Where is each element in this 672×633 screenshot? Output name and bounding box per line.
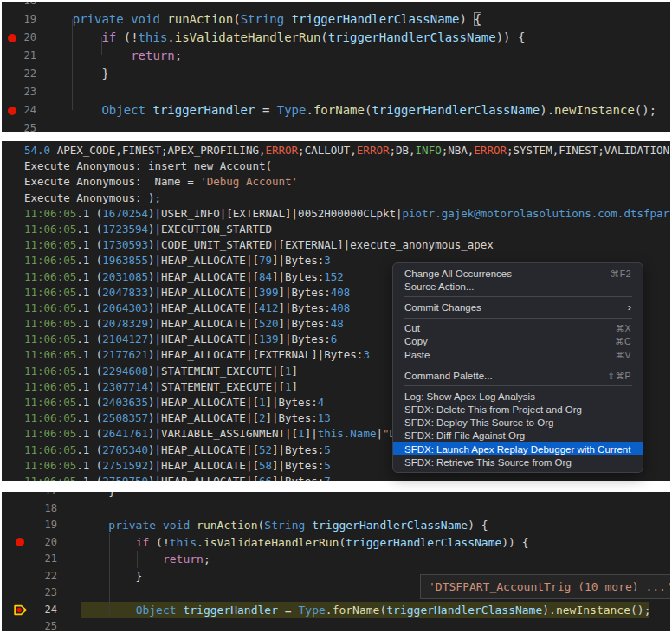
menu-item-cut[interactable]: Cut⌘X — [393, 322, 643, 335]
breakpoint-gutter[interactable] — [2, 551, 38, 568]
breakpoint-gutter[interactable] — [2, 501, 38, 518]
line-number: 20 — [23, 29, 36, 47]
code-text[interactable]: Object triggerHandler = Type.forName(tri… — [81, 602, 649, 619]
log-line[interactable]: 11:06:05.1 (1723594)|EXECUTION_STARTED — [24, 222, 670, 237]
line-number: 19 — [38, 517, 57, 534]
menu-item-sfdx-launch-apex-replay-debugger[interactable]: SFDX: Launch Apex Replay Debugger with C… — [393, 442, 643, 455]
menu-item-label: SFDX: Retrieve This Source from Org — [404, 457, 631, 468]
code-text[interactable]: private void runAction(String triggerHan… — [43, 10, 670, 29]
code-text[interactable] — [81, 618, 649, 631]
line-number: 24 — [23, 101, 36, 119]
code-text[interactable]: return; — [81, 551, 649, 568]
code-text[interactable]: Object triggerHandler = Type.forName(tri… — [43, 101, 670, 119]
menu-item-sfdx-diff-file-against-org[interactable]: SFDX: Diff File Against Org — [393, 430, 643, 442]
code-text[interactable] — [43, 119, 670, 132]
breakpoint-gutter[interactable] — [2, 29, 23, 47]
menu-shortcut: ⌘F2 — [611, 268, 631, 279]
code-text[interactable] — [81, 501, 649, 518]
breakpoint-gutter[interactable] — [2, 534, 38, 552]
menu-shortcut: ⌘X — [615, 323, 631, 333]
menu-item-label: Change All Occurrences — [404, 268, 611, 279]
menu-item-label: SFDX: Launch Apex Replay Debugger with C… — [404, 444, 631, 455]
code-line-24: 24 Object triggerHandler = Type.forName(… — [2, 602, 670, 619]
line-number: 22 — [38, 568, 57, 585]
indent-guide — [137, 551, 138, 568]
log-line[interactable]: 11:06:05.1 (1730593)|CODE_UNIT_STARTED|[… — [24, 237, 670, 253]
menu-item-label: Paste — [404, 350, 615, 360]
line-number: 23 — [23, 83, 36, 101]
log-line[interactable]: 54.0 APEX_CODE,FINEST;APEX_PROFILING,ERR… — [24, 143, 670, 158]
log-line[interactable]: 11:06:05.1 (1670254)|USER_INFO|[EXTERNAL… — [24, 206, 670, 222]
code-text[interactable]: } — [81, 492, 649, 501]
menu-item-sfdx-deploy-this-source-to-org[interactable]: SFDX: Deploy This Source to Org — [393, 417, 643, 430]
menu-item-label: Command Palette... — [404, 371, 607, 381]
code-editor-top: 1819 private void runAction(String trigg… — [2, 2, 670, 132]
menu-separator — [404, 318, 632, 319]
code-line-19: 19 private void runAction(String trigger… — [2, 10, 670, 29]
code-text[interactable]: } — [43, 65, 670, 83]
code-text[interactable]: return; — [43, 47, 670, 65]
menu-item-label: Cut — [404, 323, 615, 333]
breakpoint-gutter[interactable] — [2, 83, 23, 101]
menu-item-copy[interactable]: Copy⌘C — [393, 335, 643, 348]
breakpoint-gutter[interactable] — [2, 602, 38, 619]
code-line-21: 21 return; — [2, 551, 670, 568]
context-menu: Change All Occurrences⌘F2Source Action..… — [392, 262, 643, 473]
breakpoint-gutter[interactable] — [2, 517, 38, 534]
menu-shortcut: ⌘V — [615, 350, 631, 360]
debug-paused-icon — [13, 603, 28, 617]
code-text[interactable] — [43, 83, 670, 101]
log-line[interactable]: Execute Anonymous: ); — [24, 191, 670, 206]
code-line-25: 25 — [2, 618, 670, 631]
breakpoint-gutter[interactable] — [2, 65, 23, 83]
menu-item-label: SFDX: Deploy This Source to Org — [404, 417, 631, 428]
menu-item-sfdx-delete-this-from-project-and-org[interactable]: SFDX: Delete This from Project and Org — [393, 404, 643, 417]
breakpoint-gutter[interactable] — [2, 10, 23, 29]
menu-item-command-palette[interactable]: Command Palette...⇧⌘P — [393, 369, 643, 382]
menu-item-log-show-apex-log-analysis[interactable]: Log: Show Apex Log Analysis — [393, 390, 643, 403]
breakpoint-gutter[interactable] — [2, 568, 38, 585]
code-text[interactable]: if (!this.isValidateHandlerRun(triggerHa… — [81, 534, 649, 552]
menu-separator — [404, 296, 632, 297]
line-number: 21 — [23, 47, 36, 65]
line-number: 18 — [23, 2, 36, 10]
menu-item-change-all-occurrences[interactable]: Change All Occurrences⌘F2 — [393, 267, 643, 280]
breakpoint-gutter[interactable] — [2, 492, 38, 501]
log-line[interactable]: Execute Anonymous: insert new Account( — [24, 158, 670, 174]
code-line-18: 18 — [2, 501, 670, 518]
menu-item-sfdx-retrieve-this-source-from-org[interactable]: SFDX: Retrieve This Source from Org — [393, 455, 643, 468]
breakpoint-gutter[interactable] — [2, 585, 38, 602]
code-text[interactable]: private void runAction(String triggerHan… — [81, 517, 649, 534]
menu-item-paste[interactable]: Paste⌘V — [393, 348, 643, 361]
menu-item-label: SFDX: Delete This from Project and Org — [404, 404, 631, 415]
code-line-24: 24 Object triggerHandler = Type.forName(… — [2, 101, 670, 119]
menu-item-source-action[interactable]: Source Action... — [393, 280, 643, 293]
code-line-23: 23 — [2, 83, 670, 101]
code-line-17: 17 } — [2, 492, 670, 501]
breakpoint-gutter[interactable] — [2, 2, 23, 10]
breakpoint-icon — [8, 34, 16, 42]
submenu-arrow-icon: › — [628, 301, 631, 313]
code-line-19: 19 private void runAction(String trigger… — [2, 517, 670, 534]
line-number: 24 — [38, 602, 57, 619]
log-line[interactable]: Execute Anonymous: Name = 'Debug Account… — [24, 174, 670, 190]
menu-item-commit-changes[interactable]: Commit Changes› — [393, 300, 643, 313]
code-line-18: 18 — [2, 2, 670, 10]
menu-item-label: Commit Changes — [404, 302, 628, 313]
menu-separator — [404, 385, 632, 386]
line-number: 23 — [38, 585, 57, 602]
code-text[interactable] — [43, 2, 670, 10]
menu-item-label: Copy — [404, 336, 615, 346]
log-line[interactable]: 11:06:05.1 (2759750)|HEAP_ALLOCATE|[66]|… — [24, 474, 670, 481]
code-line-22: 22 } — [2, 65, 670, 83]
code-line-20: 20 if (!this.isValidateHandlerRun(trigge… — [2, 534, 670, 552]
code-line-25: 25 — [2, 119, 670, 132]
breakpoint-gutter[interactable] — [2, 47, 23, 65]
breakpoint-gutter[interactable] — [2, 119, 23, 132]
breakpoint-gutter[interactable] — [2, 101, 23, 119]
breakpoint-gutter[interactable] — [2, 618, 38, 631]
editor-bottom-lines: 17 }1819 private void runAction(String t… — [2, 492, 670, 631]
breakpoint-icon — [8, 107, 16, 115]
code-text[interactable]: if (!this.isValidateHandlerRun(triggerHa… — [43, 29, 670, 47]
line-number: 20 — [38, 534, 57, 552]
